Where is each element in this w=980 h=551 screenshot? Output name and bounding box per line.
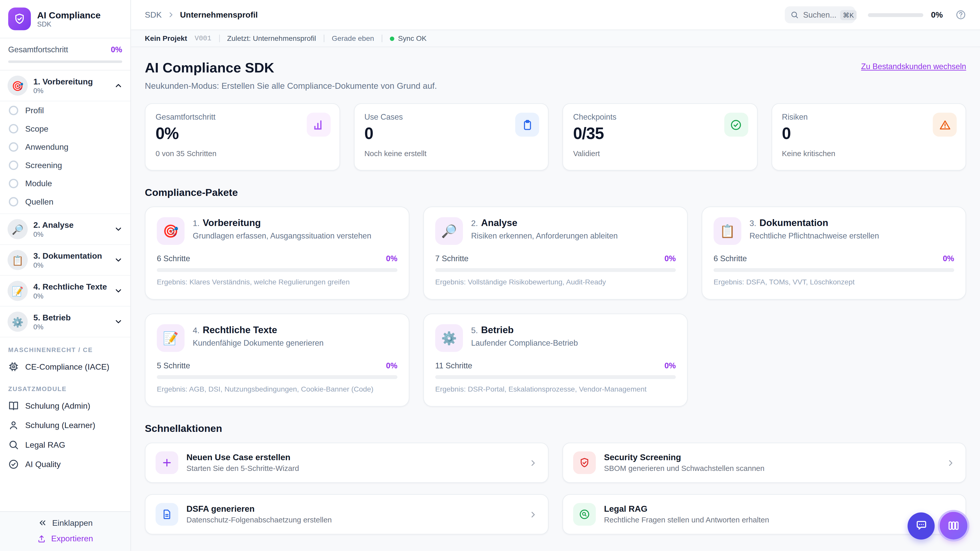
sidebar-item-legal-rag[interactable]: Legal RAG [0, 435, 130, 454]
search-icon [8, 440, 19, 450]
page-content: AI Compliance SDK Zu Bestandskunden wech… [131, 47, 980, 551]
board-view-button[interactable] [940, 512, 967, 540]
check-circle-icon [8, 459, 19, 470]
page-subtitle: Neukunden-Modus: Erstellen Sie alle Comp… [145, 81, 966, 91]
quick-actions-title: Schnellaktionen [145, 423, 966, 434]
chevron-right-icon [167, 11, 175, 19]
step-label: Screening [25, 160, 62, 170]
sidebar-package-dokumentation[interactable]: 📋 3. Dokumentation 0% [0, 245, 130, 276]
stat-label: Checkpoints [573, 113, 747, 122]
stat-caption: Keine kritischen [782, 149, 956, 158]
sidebar-package-betrieb[interactable]: ⚙️ 5. Betrieb 0% [0, 306, 130, 338]
package-number: 3. [749, 218, 756, 228]
shield-check-logo-icon [8, 8, 31, 30]
app-window: AI Compliance SDK Gesamtfortschritt 0% 🎯… [0, 0, 980, 551]
sidebar-item-ai-quality[interactable]: AI Quality [0, 454, 130, 474]
package-label: 3. Dokumentation [33, 251, 108, 261]
package-result: Ergebnis: AGB, DSI, Nutzungsbedingungen,… [157, 385, 397, 393]
magnifier-emoji-icon: 🔎 [435, 217, 463, 245]
breadcrumb: SDK Unternehmensprofil [145, 10, 258, 19]
clipboard-emoji-icon: 📋 [714, 217, 741, 245]
stat-label: Gesamtfortschritt [156, 113, 329, 122]
quick-action-dsfa-generieren[interactable]: DSFA generieren Datenschutz-Folgenabscha… [145, 494, 549, 534]
last-saved-label: Zuletzt: Unternehmensprofil [227, 35, 316, 42]
sidebar-step-quellen[interactable]: Quellen [0, 192, 130, 211]
sidebar-package-rechtliche-texte[interactable]: 📝 4. Rechtliche Texte 0% [0, 276, 130, 306]
sidebar-item-ce-compliance[interactable]: CE-Compliance (IACE) [0, 357, 130, 376]
package-card-betrieb[interactable]: ⚙️ 5.Betrieb Laufender Compliance-Betrie… [423, 313, 688, 407]
gear-emoji-icon: ⚙️ [8, 312, 28, 332]
package-percent: 0% [664, 254, 676, 263]
package-steps-list: Profil Scope Anwendung Screening Module … [0, 101, 130, 213]
sidebar-step-profil[interactable]: Profil [0, 101, 130, 120]
search-input[interactable] [803, 11, 836, 19]
package-percent: 0% [33, 261, 108, 269]
package-number: 1. [192, 218, 200, 228]
divider [219, 35, 220, 42]
action-subtitle: Rechtliche Fragen stellen und Antworten … [604, 516, 938, 524]
quick-action-new-use-case[interactable]: Neuen Use Case erstellen Starten Sie den… [145, 443, 549, 483]
package-steps: 11 Schritte [435, 362, 472, 370]
radio-circle-icon [9, 179, 18, 188]
stat-card-checkpoints: Checkpoints 0/35 Validiert [563, 103, 757, 171]
chat-assistant-button[interactable] [907, 512, 935, 539]
step-label: Anwendung [25, 142, 68, 152]
package-steps: 6 Schritte [157, 254, 190, 263]
action-subtitle: SBOM generieren und Schwachstellen scann… [604, 464, 938, 473]
project-name: Kein Projekt [145, 35, 187, 42]
package-card-dokumentation[interactable]: 📋 3.Dokumentation Rechtliche Pflichtnach… [702, 206, 966, 300]
chevron-right-icon [528, 458, 538, 467]
stat-caption: Validiert [573, 149, 747, 158]
package-card-analyse[interactable]: 🔎 2.Analyse Risiken erkennen, Anforderun… [423, 206, 688, 300]
export-button[interactable]: Exportieren [37, 534, 93, 543]
package-steps: 5 Schritte [157, 362, 190, 370]
sidebar-step-anwendung[interactable]: Anwendung [0, 138, 130, 156]
action-title: DSFA generieren [186, 504, 520, 514]
package-title: Dokumentation [759, 217, 828, 228]
package-description: Kundenfähige Dokumente generieren [192, 339, 324, 348]
package-percent: 0% [33, 230, 108, 238]
collapse-sidebar-button[interactable]: Einklappen [38, 518, 93, 527]
keyboard-shortcut-badge: ⌘K [840, 10, 856, 20]
clipboard-emoji-icon: 📋 [8, 250, 28, 270]
package-card-rechtliche-texte[interactable]: 📝 4.Rechtliche Texte Kundenfähige Dokume… [145, 313, 410, 407]
sidebar-step-screening[interactable]: Screening [0, 156, 130, 175]
item-label: CE-Compliance (IACE) [25, 362, 110, 372]
chat-bubble-icon [915, 519, 928, 532]
package-label: 5. Betrieb [33, 313, 108, 322]
step-label: Scope [25, 124, 48, 133]
columns-icon [947, 519, 960, 532]
sidebar-step-module[interactable]: Module [0, 175, 130, 193]
chevron-up-icon [114, 81, 123, 90]
chevron-down-icon [114, 225, 123, 233]
action-subtitle: Starten Sie den 5-Schritte-Wizard [186, 464, 520, 473]
progress-bar [435, 375, 676, 379]
package-result: Ergebnis: Vollständige Risikobewertung, … [435, 278, 676, 286]
sidebar-item-schulung-learner[interactable]: Schulung (Learner) [0, 416, 130, 435]
breadcrumb-sdk[interactable]: SDK [145, 10, 162, 19]
target-emoji-icon: 🎯 [157, 217, 185, 245]
sidebar-step-scope[interactable]: Scope [0, 120, 130, 138]
sidebar-item-schulung-admin[interactable]: Schulung (Admin) [0, 396, 130, 416]
search-box[interactable]: ⌘K [785, 6, 855, 24]
quick-action-security-screening[interactable]: Security Screening SBOM generieren und S… [563, 443, 966, 483]
stat-card-use-cases: Use Cases 0 Noch keine erstellt [354, 103, 549, 171]
radio-circle-icon [9, 160, 18, 170]
progress-bar [714, 268, 954, 272]
quick-action-legal-rag[interactable]: Legal RAG Rechtliche Fragen stellen und … [563, 494, 966, 534]
package-card-vorbereitung[interactable]: 🎯 1.Vorbereitung Grundlagen erfassen, Au… [145, 206, 410, 300]
radio-circle-icon [9, 197, 18, 206]
app-logo[interactable]: AI Compliance SDK [0, 0, 130, 38]
upload-icon [37, 534, 46, 543]
sidebar-package-analyse[interactable]: 🔎 2. Analyse 0% [0, 213, 130, 245]
package-description: Grundlagen erfassen, Ausgangssituation v… [192, 232, 371, 241]
sidebar-package-vorbereitung[interactable]: 🎯 1. Vorbereitung 0% [0, 70, 130, 101]
radio-circle-icon [9, 142, 18, 152]
header-progress-value: 0% [931, 10, 943, 19]
package-label: 4. Rechtliche Texte [33, 282, 108, 292]
step-label: Module [25, 179, 52, 188]
package-description: Risiken erkennen, Anforderungen ableiten [471, 232, 618, 241]
help-icon[interactable] [956, 10, 966, 20]
package-percent: 0% [33, 87, 108, 95]
switch-to-existing-customers-link[interactable]: Zu Bestandskunden wechseln [861, 62, 966, 71]
